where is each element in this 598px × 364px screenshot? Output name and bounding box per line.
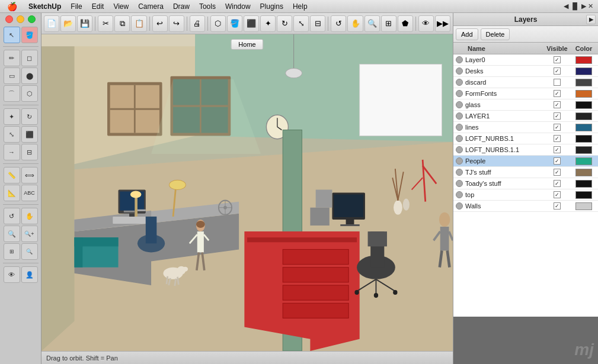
protractor-tool[interactable]: 📐 [4,185,20,201]
close-btn[interactable] [5,15,13,23]
menu-plugins[interactable]: Plugins [255,0,288,13]
layer-color-cell[interactable] [572,56,596,64]
move-strip-btn[interactable]: ✦ [260,15,276,32]
minimize-btn[interactable] [17,15,24,23]
pan-tool[interactable]: ✋ [21,208,38,224]
layer-color-swatch[interactable] [575,202,592,210]
layer-row[interactable]: People [453,156,598,167]
zoom-window-tool[interactable]: 🔍+ [21,226,38,242]
zoom-prev-tool[interactable]: 🔍 [21,243,38,260]
pushpull-strip-btn[interactable]: ⬛ [244,15,259,32]
layer-color-cell[interactable] [572,112,596,120]
layer-color-swatch[interactable] [575,169,592,176]
position-camera-tool[interactable]: 👤 [21,266,38,283]
layer-color-cell[interactable] [572,169,596,176]
layer-color-swatch[interactable] [575,79,592,86]
layer-row[interactable]: Walls [453,201,598,212]
layer-row[interactable]: Desks [453,66,598,77]
layer-color-swatch[interactable] [575,90,592,98]
layer-visibility[interactable] [542,67,572,75]
layer-color-cell[interactable] [572,146,596,154]
layer-row[interactable]: LOFT_NURBS.1.1 [453,144,598,156]
layer-row[interactable]: Layer0 [453,54,598,66]
zoom-strip-btn[interactable]: 🔍 [364,15,380,32]
menu-sketchup[interactable]: SketchUp [24,0,66,13]
layer-checkbox[interactable] [554,124,561,131]
zoom-tool[interactable]: 🔍 [4,226,20,242]
layer-row[interactable]: glass [453,99,598,111]
paint-tool[interactable]: 🪣 [21,27,38,43]
layer-checkbox[interactable] [554,90,561,97]
move-tool[interactable]: ✦ [4,108,20,125]
copy-btn[interactable]: ⧉ [114,15,130,32]
open-btn[interactable]: 📂 [60,15,76,32]
dimension-tool[interactable]: ⟺ [21,167,38,183]
select-tool[interactable]: ↖ [4,27,20,43]
layer-visibility[interactable] [542,146,572,153]
layer-visibility[interactable] [542,157,572,165]
layer-visibility[interactable] [542,202,572,210]
component-btn[interactable]: ⬡ [210,15,226,32]
rotate-strip-btn[interactable]: ↻ [277,15,292,32]
canvas-area[interactable]: 📄 📂 💾 ✂ ⧉ 📋 ↩ ↪ 🖨 ⬡ 🪣 ⬛ ✦ ↻ ⤡ ⊟ ↺ ✋ 🔍 ⊞ [41,13,453,364]
layer-color-cell[interactable] [572,67,596,75]
layer-checkbox[interactable] [554,202,561,210]
layer-color-swatch[interactable] [575,67,592,75]
layer-color-cell[interactable] [572,124,596,131]
more-btn[interactable]: ▶▶ [435,15,450,32]
layer-color-swatch[interactable] [575,56,592,64]
layer-row[interactable]: LAYER1 [453,111,598,122]
menu-tools[interactable]: Tools [194,0,220,13]
layer-visibility[interactable] [542,180,572,187]
line-tool[interactable]: ✏ [4,50,20,66]
layer-checkbox[interactable] [554,56,561,63]
menu-view[interactable]: View [108,0,133,13]
rotate-tool[interactable]: ↻ [21,108,38,125]
rect-tool[interactable]: ▭ [4,67,20,84]
menu-draw[interactable]: Draw [168,0,194,13]
layer-row[interactable]: LOFT_NURBS.1 [453,133,598,144]
layer-color-cell[interactable] [572,180,596,188]
layer-row[interactable]: FormFonts [453,88,598,99]
layer-color-swatch[interactable] [575,124,592,131]
layer-color-swatch[interactable] [575,180,592,188]
layer-visibility[interactable] [542,135,572,142]
print-btn[interactable]: 🖨 [190,15,205,32]
offset-tool[interactable]: ⊟ [21,144,38,160]
offset-strip-btn[interactable]: ⊟ [310,15,325,32]
layer-color-swatch[interactable] [575,101,592,109]
layer-color-cell[interactable] [572,79,596,86]
layer-color-cell[interactable] [572,191,596,199]
layer-checkbox[interactable] [554,79,561,86]
layer-color-swatch[interactable] [575,146,592,154]
cut-btn[interactable]: ✂ [98,15,113,32]
menu-help[interactable]: Help [288,0,312,13]
home-button[interactable]: Home [231,39,263,50]
layer-color-swatch[interactable] [575,157,592,165]
orbit-tool[interactable]: ↺ [4,208,20,224]
layer-checkbox[interactable] [554,157,561,165]
layer-color-cell[interactable] [572,101,596,109]
layer-color-swatch[interactable] [575,112,592,120]
menu-edit[interactable]: Edit [87,0,109,13]
layer-checkbox[interactable] [554,101,561,108]
layer-visibility[interactable] [542,169,572,176]
layer-visibility[interactable] [542,56,572,63]
layer-row[interactable]: top [453,189,598,201]
polygon-tool[interactable]: ⬡ [21,85,38,102]
layer-row[interactable]: TJ's stuff [453,167,598,178]
menu-window[interactable]: Window [220,0,255,13]
tape-tool[interactable]: 📏 [4,167,20,183]
menu-camera[interactable]: Camera [133,0,168,13]
zoom-btn[interactable] [28,15,36,23]
followme-tool[interactable]: → [4,144,20,160]
delete-layer-button[interactable]: Delete [481,28,510,40]
layer-visibility[interactable] [542,191,572,198]
layer-row[interactable]: Toady's stuff [453,178,598,189]
add-layer-button[interactable]: Add [456,28,478,40]
pushpull-tool[interactable]: ⬛ [21,126,38,143]
apple-menu[interactable]: 🍎 [0,2,24,11]
layer-color-cell[interactable] [572,90,596,98]
layer-checkbox[interactable] [554,180,561,187]
paste-btn[interactable]: 📋 [131,15,146,32]
